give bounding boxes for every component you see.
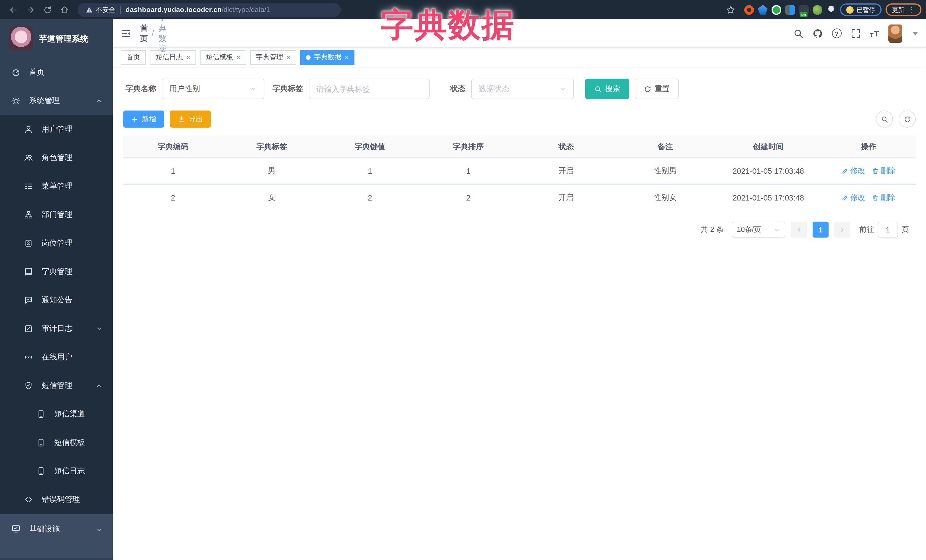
dict-data-table: 字典编码 字典标签 字典键值 字典排序 状态 备注 创建时间 操作 1 男 1 …	[123, 136, 916, 211]
sidebar-item-home[interactable]: 首页	[0, 58, 113, 87]
monitor-chart-icon	[11, 524, 21, 533]
sidebar-item-role-mgmt[interactable]: 角色管理	[0, 143, 113, 172]
fullscreen-icon[interactable]	[850, 28, 861, 38]
paused-label: 已暂停	[856, 5, 875, 14]
chevron-up-icon	[96, 382, 103, 389]
sidebar-item-errcode-mgmt[interactable]: 错误码管理	[0, 485, 113, 514]
close-icon[interactable]: ×	[345, 53, 349, 61]
delete-link[interactable]: 删除	[872, 193, 895, 203]
page-size-select[interactable]: 10条/页	[732, 222, 785, 237]
extension-icon-blue-bars[interactable]	[785, 5, 795, 15]
col-header: 字典排序	[419, 142, 517, 152]
status-select[interactable]: 数据状态	[471, 78, 574, 99]
sidebar-item-sms-template[interactable]: 短信模板	[0, 429, 113, 457]
sidebar-item-post-mgmt[interactable]: 岗位管理	[0, 229, 113, 258]
extension-icon-blue-drop[interactable]	[758, 5, 767, 15]
sidebar-item-sms-channel[interactable]: 短信渠道	[0, 400, 113, 429]
browser-back-icon[interactable]	[7, 3, 20, 16]
sidebar-item-online-users[interactable]: 在线用户	[0, 343, 113, 371]
extension-icon-orange[interactable]	[744, 5, 754, 15]
page-number-current[interactable]: 1	[813, 222, 829, 237]
edit-link[interactable]: 修改	[842, 193, 865, 203]
profile-paused-chip[interactable]: 已暂停	[840, 3, 882, 16]
browser-update-button[interactable]: 更新 ⋮	[885, 3, 921, 16]
mobile-icon	[36, 410, 45, 419]
shield-check-icon	[24, 381, 33, 390]
sidebar-item-user-mgmt[interactable]: 用户管理	[0, 115, 113, 143]
goto-label: 前往	[859, 225, 874, 235]
sidebar-item-sms-mgmt[interactable]: 短信管理	[0, 371, 113, 400]
refresh-table-button[interactable]	[899, 110, 916, 128]
close-icon[interactable]: ×	[287, 53, 291, 61]
breadcrumb-home[interactable]: 首页	[140, 23, 147, 44]
sidebar-logo-row[interactable]: 芋道管理系统	[0, 20, 113, 58]
browser-menu-kebab-icon[interactable]: ⋮	[908, 6, 915, 14]
chevron-right-icon	[839, 226, 845, 233]
search-icon[interactable]	[793, 28, 803, 38]
browser-reload-icon[interactable]	[41, 3, 54, 16]
table-row[interactable]: 1 男 1 1 开启 性别男 2021-01-05 17:03:48 修改删除	[123, 158, 916, 184]
font-size-icon[interactable]: TT	[870, 29, 879, 38]
not-secure-label: 不安全	[96, 5, 115, 14]
toolbar-right	[876, 110, 916, 128]
sidebar-item-menu-mgmt[interactable]: 菜单管理	[0, 172, 113, 201]
sidebar-menu: 首页 系统管理 用户管理 角色管理 菜单管理	[0, 58, 113, 558]
search-button[interactable]: 搜索	[585, 78, 629, 99]
next-page-button[interactable]	[834, 222, 850, 237]
extension-icon-on-toggle[interactable]: on	[799, 5, 809, 15]
org-tree-icon	[24, 210, 33, 219]
profile-emoji-avatar	[846, 6, 853, 14]
search-icon	[881, 115, 888, 123]
tab-dict-mgmt[interactable]: 字典管理 ×	[250, 50, 296, 65]
sidebar-item-sms-log[interactable]: 短信日志	[0, 457, 113, 485]
toggle-search-button[interactable]	[876, 110, 893, 128]
chevron-up-icon	[96, 97, 103, 104]
edit-link[interactable]: 修改	[842, 166, 865, 176]
add-button[interactable]: 新增	[123, 110, 164, 128]
book-icon	[24, 267, 33, 276]
goto-page-input[interactable]	[878, 222, 898, 237]
close-icon[interactable]: ×	[186, 53, 190, 61]
caret-down-icon[interactable]	[912, 32, 918, 35]
chevron-down-icon	[774, 226, 780, 233]
dict-name-select[interactable]: 用户性别	[162, 78, 265, 99]
mobile-icon	[36, 466, 45, 476]
close-icon[interactable]: ×	[236, 53, 241, 61]
prev-page-button[interactable]	[791, 222, 807, 237]
dict-label-input-wrap	[309, 78, 430, 99]
tab-dict-data[interactable]: 字典数据 ×	[300, 50, 354, 65]
col-header: 状态	[517, 142, 616, 152]
sidebar-item-infrastructure[interactable]: 基础设施	[0, 514, 113, 558]
delete-link[interactable]: 删除	[872, 166, 895, 176]
tab-sms-template[interactable]: 短信模板 ×	[200, 50, 246, 65]
browser-home-icon[interactable]	[58, 3, 71, 16]
users-icon	[24, 153, 33, 162]
user-avatar[interactable]	[888, 24, 902, 42]
url-path: /dict/type/data/1	[222, 6, 270, 14]
gear-icon	[11, 96, 21, 106]
sidebar-item-notice[interactable]: 通知公告	[0, 286, 113, 314]
extension-icon-green-check[interactable]	[772, 5, 781, 15]
github-icon[interactable]	[812, 28, 823, 38]
extensions-puzzle-icon[interactable]	[826, 5, 836, 15]
export-button[interactable]: 导出	[170, 110, 211, 128]
refresh-icon	[644, 85, 651, 92]
reset-button[interactable]: 重置	[635, 78, 679, 99]
code-icon	[24, 495, 33, 504]
col-header: 操作	[822, 142, 916, 152]
sidebar-item-system-mgmt[interactable]: 系统管理	[0, 87, 113, 115]
table-row[interactable]: 2 女 2 2 开启 性别女 2021-01-05 17:03:48 修改删除	[123, 184, 916, 211]
browser-forward-icon[interactable]	[24, 3, 36, 16]
chevron-left-icon	[796, 226, 802, 233]
help-icon[interactable]: ?	[832, 29, 841, 38]
sidebar-item-dept-mgmt[interactable]: 部门管理	[0, 201, 113, 229]
dict-label-input[interactable]	[316, 85, 422, 93]
sidebar-collapse-icon[interactable]	[121, 28, 131, 38]
extension-icon-green-leaf[interactable]	[813, 5, 822, 15]
sidebar-item-dict-mgmt[interactable]: 字典管理	[0, 258, 113, 286]
table-toolbar: 新增 导出	[113, 99, 926, 128]
address-bar[interactable]: 不安全 dashboard.yudao.iocoder.cn /dict/typ…	[77, 3, 341, 17]
browser-toolbar: 不安全 dashboard.yudao.iocoder.cn /dict/typ…	[0, 0, 926, 20]
bookmark-star-icon[interactable]	[726, 5, 736, 15]
sidebar-item-audit-log[interactable]: 审计日志	[0, 314, 113, 343]
